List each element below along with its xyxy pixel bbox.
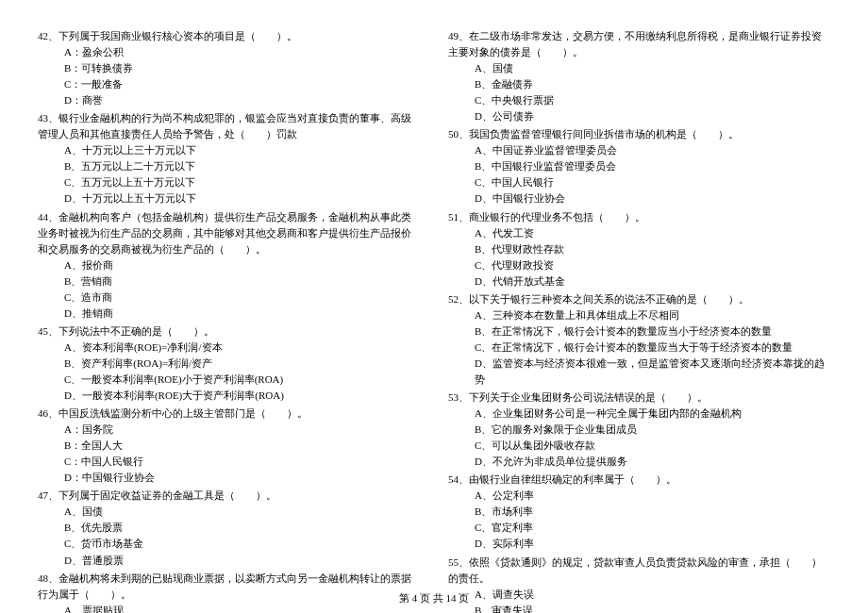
q50-opt-a: A、中国证券业监督管理委员会 [448, 142, 830, 158]
q43-opt-b: B、五万元以上二十万元以下 [38, 158, 420, 174]
q51-opt-b: B、代理财政性存款 [448, 241, 830, 257]
q46-opt-b: B：全国人大 [38, 438, 420, 454]
question-49: 49、在二级市场非常发达，交易方便，不用缴纳利息所得税，是商业银行证券投资主要对… [448, 28, 830, 124]
q54-opt-b: B、市场利率 [448, 504, 830, 520]
q47-opt-c: C、货币市场基金 [38, 536, 420, 552]
q53-text: 53、下列关于企业集团财务公司说法错误的是（ ）。 [448, 389, 830, 406]
q50-text: 50、我国负责监督管理银行间同业拆借市场的机构是（ ）。 [448, 126, 830, 142]
q50-opt-c: C、中国人民银行 [448, 174, 830, 191]
q49-opt-b: B、金融债券 [448, 76, 830, 92]
question-42: 42、下列属于我国商业银行核心资本的项目是（ ）。 A：盈余公积 B：可转换债券… [38, 28, 420, 108]
q42-opt-a: A：盈余公积 [38, 44, 420, 60]
q51-text: 51、商业银行的代理业务不包括（ ）。 [448, 209, 830, 225]
q46-text: 46、中国反洗钱监测分析中心的上级主管部门是（ ）。 [38, 406, 420, 422]
q53-opt-a: A、企业集团财务公司是一种完全属于集团内部的金融机构 [448, 406, 830, 422]
q47-opt-a: A、国债 [38, 504, 420, 520]
q44-opt-c: C、造市商 [38, 290, 420, 306]
q43-opt-d: D、十万元以上五十万元以下 [38, 191, 420, 207]
q44-text: 44、金融机构向客户（包括金融机构）提供衍生产品交易服务，金融机构从事此类业务时… [38, 209, 420, 257]
question-53: 53、下列关于企业集团财务公司说法错误的是（ ）。 A、企业集团财务公司是一种完… [448, 389, 830, 470]
q52-text: 52、以下关于银行三种资本之间关系的说法不正确的是（ ）。 [448, 291, 830, 307]
q45-opt-d: D、一般资本利润率(ROE)大于资产利润率(ROA) [38, 388, 420, 404]
q49-opt-d: D、公司债券 [448, 108, 830, 124]
q54-opt-d: D、实际利率 [448, 536, 830, 552]
q52-opt-d: D、监管资本与经济资本很难一致，但是监管资本又逐渐向经济资本靠拢的趋势 [448, 356, 830, 388]
q51-opt-a: A、代发工资 [448, 225, 830, 241]
q49-text: 49、在二级市场非常发达，交易方便，不用缴纳利息所得税，是商业银行证券投资主要对… [448, 28, 830, 60]
q44-opt-a: A、报价商 [38, 257, 420, 273]
q53-opt-d: D、不允许为非成员单位提供服务 [448, 454, 830, 470]
q43-opt-a: A、十万元以上三十万元以下 [38, 142, 420, 158]
q45-opt-c: C、一般资本利润率(ROE)小于资产利润率(ROA) [38, 372, 420, 388]
q45-opt-b: B、资产利润率(ROA)=利润/资产 [38, 356, 420, 372]
q46-opt-a: A：国务院 [38, 422, 420, 438]
q43-text: 43、银行业金融机构的行为尚不构成犯罪的，银监会应当对直接负责的董事、高级管理人… [38, 110, 420, 142]
question-52: 52、以下关于银行三种资本之间关系的说法不正确的是（ ）。 A、三种资本在数量上… [448, 291, 830, 388]
q51-opt-d: D、代销开放式基金 [448, 273, 830, 290]
q45-opt-a: A、资本利润率(ROE)=净利润/资本 [38, 340, 420, 356]
q42-text: 42、下列属于我国商业银行核心资本的项目是（ ）。 [38, 28, 420, 44]
q49-opt-c: C、中央银行票据 [448, 92, 830, 108]
q47-opt-d: D、普通股票 [38, 553, 420, 569]
q52-opt-c: C、在正常情况下，银行会计资本的数量应当大于等于经济资本的数量 [448, 340, 830, 356]
q46-opt-d: D：中国银行业协会 [38, 470, 420, 486]
q50-opt-b: B、中国银行业监督管理委员会 [448, 158, 830, 174]
q53-opt-c: C、可以从集团外吸收存款 [448, 438, 830, 454]
q49-opt-a: A、国债 [448, 60, 830, 76]
question-45: 45、下列说法中不正确的是（ ）。 A、资本利润率(ROE)=净利润/资本 B、… [38, 323, 420, 404]
question-46: 46、中国反洗钱监测分析中心的上级主管部门是（ ）。 A：国务院 B：全国人大 … [38, 406, 420, 486]
q46-opt-c: C：中国人民银行 [38, 454, 420, 470]
page-footer: 第 4 页 共 14 页 [0, 591, 868, 605]
right-column: 49、在二级市场非常发达，交易方便，不用缴纳利息所得税，是商业银行证券投资主要对… [448, 28, 830, 613]
q42-opt-d: D：商誉 [38, 92, 420, 108]
q44-opt-d: D、推销商 [38, 306, 420, 322]
q54-opt-c: C、官定利率 [448, 520, 830, 536]
q53-opt-b: B、它的服务对象限于企业集团成员 [448, 422, 830, 438]
question-43: 43、银行业金融机构的行为尚不构成犯罪的，银监会应当对直接负责的董事、高级管理人… [38, 110, 420, 207]
question-54: 54、由银行业自律组织确定的利率属于（ ）。 A、公定利率 B、市场利率 C、官… [448, 472, 830, 552]
q43-opt-c: C、五万元以上五十万元以下 [38, 174, 420, 191]
question-47: 47、下列属于固定收益证券的金融工具是（ ）。 A、国债 B、优先股票 C、货币… [38, 488, 420, 568]
q52-opt-b: B、在正常情况下，银行会计资本的数量应当小于经济资本的数量 [448, 323, 830, 340]
q44-opt-b: B、营销商 [38, 273, 420, 290]
question-51: 51、商业银行的代理业务不包括（ ）。 A、代发工资 B、代理财政性存款 C、代… [448, 209, 830, 290]
q54-text: 54、由银行业自律组织确定的利率属于（ ）。 [448, 472, 830, 488]
question-44: 44、金融机构向客户（包括金融机构）提供衍生产品交易服务，金融机构从事此类业务时… [38, 209, 420, 322]
q47-opt-b: B、优先股票 [38, 520, 420, 536]
left-column: 42、下列属于我国商业银行核心资本的项目是（ ）。 A：盈余公积 B：可转换债券… [38, 28, 420, 613]
q55-text: 55、依照《贷款通则》的规定，贷款审查人员负责贷款风险的审查，承担（ ）的责任。 [448, 555, 830, 587]
q42-opt-c: C：一般准备 [38, 76, 420, 92]
question-50: 50、我国负责监督管理银行间同业拆借市场的机构是（ ）。 A、中国证券业监督管理… [448, 126, 830, 207]
q51-opt-c: C、代理财政投资 [448, 257, 830, 273]
q52-opt-a: A、三种资本在数量上和具体组成上不尽相同 [448, 307, 830, 323]
q50-opt-d: D、中国银行业协会 [448, 191, 830, 207]
q42-opt-b: B：可转换债券 [38, 60, 420, 76]
q54-opt-a: A、公定利率 [448, 488, 830, 504]
q47-text: 47、下列属于固定收益证券的金融工具是（ ）。 [38, 488, 420, 504]
q45-text: 45、下列说法中不正确的是（ ）。 [38, 323, 420, 340]
